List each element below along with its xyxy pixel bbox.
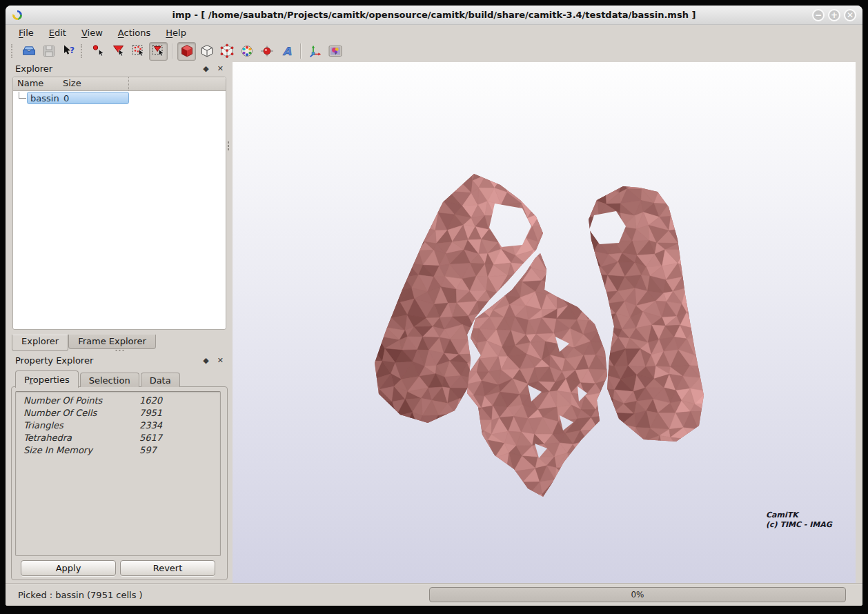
close-button[interactable]: ✕ — [844, 9, 856, 21]
color-icon[interactable] — [237, 42, 256, 61]
tree-column-spacer — [128, 77, 226, 90]
tree-item-size: 0 — [63, 93, 69, 103]
menu-bar: FileEditViewActionsHelp — [6, 25, 862, 40]
mesh-bassin[interactable] — [233, 62, 856, 583]
property-value[interactable]: 5617 — [139, 433, 162, 445]
toolbar-separator — [300, 43, 302, 59]
pick-point-icon[interactable] — [89, 42, 108, 61]
property-panel-header: Property Explorer ◆ ✕ — [10, 354, 229, 366]
apply-button[interactable]: Apply — [21, 560, 116, 576]
points-rendering-icon[interactable] — [217, 42, 236, 61]
3d-viewport[interactable]: CamiTK (c) TIMC - IMAG — [233, 62, 856, 583]
property-tab-properties[interactable]: Properties — [15, 370, 79, 388]
property-float-icon[interactable]: ◆ — [203, 357, 208, 364]
tree-row-bassin[interactable]: bassin0 — [13, 91, 226, 105]
pick-point-region-icon[interactable] — [129, 42, 148, 61]
pick-cell-icon[interactable] — [109, 42, 128, 61]
property-panel-title: Property Explorer — [15, 355, 93, 366]
label-icon[interactable]: A — [277, 42, 296, 61]
dock-tab-frame-explorer[interactable]: Frame Explorer — [68, 335, 156, 349]
dock-tab-bar: ExplorerFrame Explorer — [12, 335, 156, 351]
property-row[interactable]: Tetrahedra5617 — [16, 433, 220, 445]
screenshot-icon[interactable] — [326, 42, 344, 61]
app-window: imp - [ /home/saubatn/Projects/camitk/op… — [6, 6, 862, 606]
menu-edit[interactable]: Edit — [41, 26, 74, 39]
property-close-icon[interactable]: ✕ — [217, 357, 224, 364]
app-logo-icon[interactable] — [10, 8, 24, 22]
property-row[interactable]: Size In Memory597 — [16, 445, 220, 457]
property-name: Number Of Points — [23, 395, 139, 408]
status-message: Picked : bassin (7951 cells ) — [18, 590, 143, 600]
property-value[interactable]: 1620 — [139, 395, 162, 408]
save-icon — [39, 42, 58, 61]
explorer-tree: NameSize bassin0 — [12, 77, 226, 330]
svg-text:A: A — [282, 45, 291, 58]
window-controls: −+✕ — [812, 9, 856, 21]
property-value[interactable]: 597 — [139, 445, 157, 457]
property-name: Tetrahedra — [23, 433, 139, 445]
dock-splitter-handle[interactable] — [227, 141, 230, 152]
open-icon[interactable] — [19, 42, 38, 61]
property-value[interactable]: 2334 — [139, 420, 162, 433]
tree-column-name[interactable]: Name — [13, 77, 59, 90]
tree-branch-icon — [19, 92, 26, 99]
menu-help[interactable]: Help — [158, 26, 194, 39]
svg-text:?: ? — [70, 46, 75, 55]
toolbar-grip[interactable] — [11, 44, 14, 58]
progress-label: 0% — [631, 590, 644, 600]
tree-item-name: bassin — [30, 93, 63, 103]
property-list: Number Of Points1620Number Of Cells7951T… — [15, 391, 221, 556]
maximize-button[interactable]: + — [828, 9, 840, 21]
explorer-panel-header: Explorer ◆ ✕ — [10, 62, 229, 75]
glyph-icon[interactable] — [257, 42, 276, 61]
progress-bar: 0% — [429, 587, 846, 602]
explorer-close-icon[interactable]: ✕ — [217, 65, 224, 72]
dock-tab-explorer[interactable]: Explorer — [12, 335, 68, 351]
property-value[interactable]: 7951 — [139, 408, 162, 420]
pick-cell-region-icon[interactable] — [149, 42, 168, 61]
property-row[interactable]: Number Of Cells7951 — [16, 408, 220, 420]
menu-actions[interactable]: Actions — [110, 26, 159, 39]
property-name: Number Of Cells — [23, 408, 139, 420]
menu-view[interactable]: View — [74, 26, 110, 39]
wireframe-rendering-icon[interactable] — [197, 42, 216, 61]
property-row[interactable]: Triangles2334 — [16, 420, 220, 433]
explorer-panel-title: Explorer — [15, 63, 52, 74]
tree-header: NameSize — [13, 77, 226, 91]
toolbar-separator — [172, 43, 173, 59]
whats-this-icon[interactable]: ? — [59, 42, 78, 61]
property-tab-data[interactable]: Data — [141, 373, 180, 387]
menu-file[interactable]: File — [11, 26, 41, 39]
viewport-watermark: CamiTK (c) TIMC - IMAG — [766, 511, 832, 530]
explorer-float-icon[interactable]: ◆ — [203, 65, 208, 72]
tree-body: bassin0 — [13, 91, 226, 105]
title-bar: imp - [ /home/saubatn/Projects/camitk/op… — [6, 6, 862, 25]
property-name: Triangles — [23, 420, 139, 433]
panel-splitter-handle[interactable] — [115, 349, 126, 352]
window-title: imp - [ /home/saubatn/Projects/camitk/op… — [6, 10, 862, 20]
property-name: Size In Memory — [23, 445, 139, 457]
axes-icon[interactable] — [306, 42, 324, 61]
toolbar-grip[interactable] — [81, 44, 84, 58]
property-row[interactable]: Number Of Points1620 — [16, 395, 220, 408]
property-tab-bar: PropertiesSelectionData — [15, 369, 181, 387]
surface-rendering-icon[interactable] — [177, 42, 196, 61]
minimize-button[interactable]: − — [812, 9, 825, 21]
toolbar: ?A — [6, 40, 862, 62]
tree-column-size[interactable]: Size — [59, 77, 128, 90]
screen: { "window": { "title": "imp - [ /home/sa… — [0, 0, 868, 614]
property-tab-selection[interactable]: Selection — [80, 373, 139, 387]
status-bar: Picked : bassin (7951 cells ) 0% — [6, 583, 862, 606]
revert-button[interactable]: Revert — [120, 560, 215, 576]
